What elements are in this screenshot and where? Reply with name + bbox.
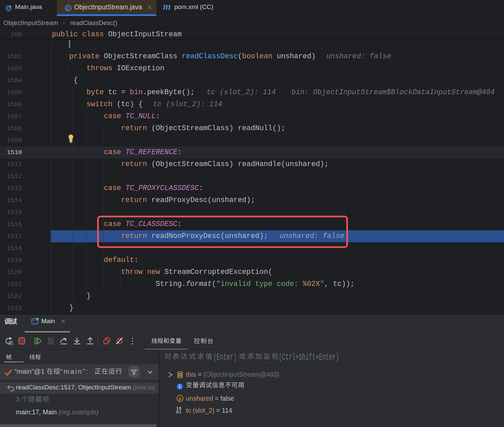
svg-text:p: p: [179, 396, 181, 401]
